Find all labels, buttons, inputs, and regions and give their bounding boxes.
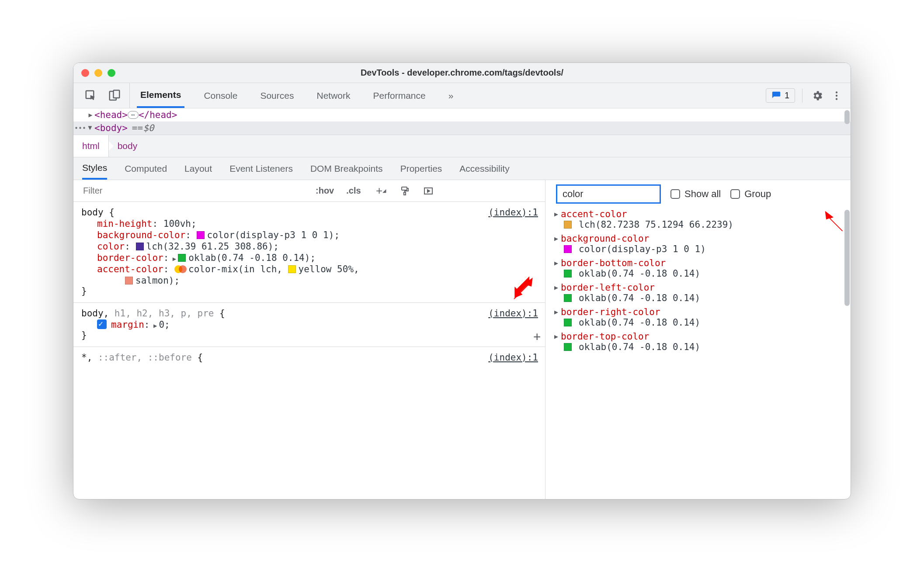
dom-dollar: $0 [143, 123, 154, 133]
computed-prop-name: border-bottom-color [561, 258, 666, 268]
tab-performance[interactable]: Performance [370, 83, 429, 108]
color-swatch[interactable] [564, 294, 572, 302]
rule-close: } [81, 330, 538, 340]
tab-elements[interactable]: Elements [137, 83, 184, 108]
svg-point-3 [836, 91, 837, 93]
computed-prop-value: oklab(0.74 -0.18 0.14) [577, 342, 700, 352]
computed-prop-name: background-color [561, 233, 649, 244]
color-swatch[interactable] [178, 254, 186, 262]
computed-property[interactable]: ▶background-colorcolor(display-p3 1 0 1) [554, 232, 847, 257]
show-all-checkbox[interactable]: Show all [670, 188, 721, 200]
color-swatch[interactable] [288, 265, 296, 273]
computed-prop-name: border-right-color [561, 307, 660, 317]
breadcrumb-html[interactable]: html [73, 135, 108, 157]
expand-icon[interactable]: ▶ [554, 308, 558, 316]
expand-icon[interactable]: ▶ [150, 322, 157, 329]
css-rule-margin[interactable]: (index):1 body, h1, h2, h3, p, pre { mar… [73, 302, 545, 347]
devtools-window: DevTools - developer.chrome.com/tags/dev… [73, 62, 851, 500]
expand-icon[interactable]: ▶ [554, 259, 558, 267]
rule-close: } [81, 286, 538, 296]
flexbox-editor-icon[interactable] [420, 183, 436, 199]
subtab-event-listeners[interactable]: Event Listeners [229, 157, 293, 180]
color-mix-swatch[interactable] [174, 265, 187, 273]
color-swatch[interactable] [564, 221, 572, 229]
issues-chip[interactable]: 1 [766, 88, 795, 103]
computed-property[interactable]: ▶accent-colorlch(82.7238 75.1294 66.2239… [554, 208, 847, 232]
device-toggle-icon[interactable] [107, 88, 122, 104]
rule-selector: body, h1, h2, h3, p, pre { [81, 308, 538, 319]
dom-eq: == [132, 123, 143, 133]
expand-icon[interactable]: ▶ [554, 210, 558, 218]
titlebar: DevTools - developer.chrome.com/tags/dev… [73, 63, 851, 83]
computed-prop-name: border-left-color [561, 282, 655, 293]
issues-count: 1 [785, 90, 789, 101]
settings-icon[interactable] [809, 88, 825, 104]
css-rule-body[interactable]: (index):1 body { min-height: 100vh; back… [73, 202, 545, 302]
property-checkbox[interactable] [97, 319, 107, 329]
add-declaration-icon[interactable]: + [533, 330, 541, 344]
computed-scrollbar[interactable] [844, 210, 850, 306]
cls-toggle[interactable]: .cls [340, 186, 367, 196]
paint-icon[interactable] [397, 183, 413, 199]
css-rule-universal[interactable]: (index):1 *, ::after, ::before { [73, 347, 545, 369]
source-link[interactable]: (index):1 [488, 352, 538, 363]
color-swatch[interactable] [125, 277, 133, 284]
computed-prop-value: oklab(0.74 -0.18 0.14) [577, 268, 700, 279]
subtab-properties[interactable]: Properties [400, 157, 442, 180]
svg-rect-6 [402, 187, 407, 190]
group-checkbox[interactable]: Group [730, 188, 771, 200]
more-menu-icon[interactable] [829, 88, 844, 104]
expand-icon[interactable]: ▶ [87, 111, 94, 119]
breadcrumb: html body [73, 135, 851, 157]
tab-sources[interactable]: Sources [257, 83, 297, 108]
computed-prop-value: lch(82.7238 75.1294 66.2239) [577, 219, 733, 230]
collapse-icon[interactable]: ▶ [87, 124, 94, 132]
dom-head-open: <head> [94, 110, 128, 120]
collapsed-ellipsis[interactable]: ⋯ [128, 111, 139, 119]
computed-property[interactable]: ▶border-left-coloroklab(0.74 -0.18 0.14) [554, 281, 847, 306]
color-swatch[interactable] [197, 231, 205, 239]
computed-property[interactable]: ▶border-right-coloroklab(0.74 -0.18 0.14… [554, 306, 847, 330]
divider [802, 89, 802, 103]
source-link[interactable]: (index):1 [488, 308, 538, 319]
subtab-dom-breakpoints[interactable]: DOM Breakpoints [310, 157, 383, 180]
color-swatch[interactable] [564, 245, 572, 253]
rule-selector: *, ::after, ::before { [81, 352, 538, 363]
computed-prop-value: color(display-p3 1 0 1) [577, 244, 706, 254]
styles-subtabs: Styles Computed Layout Event Listeners D… [73, 157, 851, 180]
new-style-rule-icon[interactable]: +◢ [373, 183, 389, 199]
breadcrumb-body[interactable]: body [108, 135, 146, 157]
expand-icon[interactable]: ▶ [554, 284, 558, 291]
inspect-element-icon[interactable] [83, 88, 99, 104]
computed-prop-value: oklab(0.74 -0.18 0.14) [577, 293, 700, 303]
dom-head-close: </head> [139, 110, 177, 120]
color-swatch[interactable] [564, 270, 572, 278]
computed-property[interactable]: ▶border-top-coloroklab(0.74 -0.18 0.14) [554, 330, 847, 355]
subtab-computed[interactable]: Computed [125, 157, 167, 180]
computed-prop-value: oklab(0.74 -0.18 0.14) [577, 317, 700, 328]
styles-filter-input[interactable] [73, 180, 309, 201]
rule-selector: body { [81, 207, 538, 218]
hov-toggle[interactable]: :hov [309, 186, 340, 196]
source-link[interactable]: (index):1 [488, 207, 538, 218]
tab-network[interactable]: Network [313, 83, 354, 108]
computed-filter-input[interactable] [556, 184, 661, 204]
computed-pane: Show all Group ▶accent-colorlch(82.7238 … [545, 180, 851, 499]
dom-tree[interactable]: ▶ <head> ⋯ </head> ▶ <body> == $0 [73, 108, 851, 135]
dom-scrollbar[interactable] [844, 110, 850, 124]
color-swatch[interactable] [136, 243, 144, 250]
styles-filter-bar: :hov .cls +◢ [73, 180, 545, 202]
tab-console[interactable]: Console [200, 83, 241, 108]
subtab-layout[interactable]: Layout [184, 157, 212, 180]
subtab-styles[interactable]: Styles [82, 157, 107, 180]
expand-icon[interactable]: ▶ [554, 333, 558, 340]
subtab-accessibility[interactable]: Accessibility [459, 157, 509, 180]
color-swatch[interactable] [564, 343, 572, 351]
expand-icon[interactable]: ▶ [554, 235, 558, 243]
computed-property[interactable]: ▶border-bottom-coloroklab(0.74 -0.18 0.1… [554, 257, 847, 281]
expand-icon[interactable]: ▶ [169, 255, 176, 262]
color-swatch[interactable] [564, 319, 572, 326]
computed-prop-name: accent-color [561, 209, 627, 219]
main-toolbar: Elements Console Sources Network Perform… [73, 83, 851, 108]
tabs-overflow[interactable]: » [445, 83, 457, 108]
